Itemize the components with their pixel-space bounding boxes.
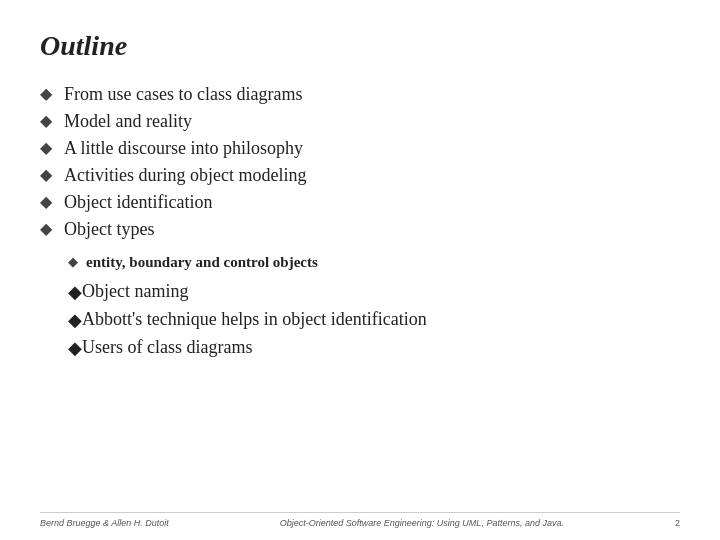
bullet-item-3: ◆ A little discourse into philosophy: [40, 138, 680, 159]
main-bullet-list: ◆ From use cases to class diagrams ◆ Mod…: [40, 84, 680, 240]
footer-book-title: Object-Oriented Software Engineering: Us…: [280, 518, 564, 528]
secondary-bullet-2: ◆ Abbott's technique helps in object ide…: [68, 309, 680, 331]
bullet-icon-1: ◆: [40, 84, 54, 103]
secondary-bullet-icon-2: ◆: [68, 309, 82, 331]
footer-page-number: 2: [675, 518, 680, 528]
bullet-icon-2: ◆: [40, 111, 54, 130]
bullet-item-2: ◆ Model and reality: [40, 111, 680, 132]
slide-footer: Bernd Bruegge & Allen H. Dutoit Object-O…: [40, 512, 680, 528]
sub-bullet-item: ◆ entity, boundary and control objects: [68, 254, 680, 271]
sub-dot-icon: ◆: [68, 254, 78, 270]
slide: Outline ◆ From use cases to class diagra…: [0, 0, 720, 540]
secondary-bullet-3: ◆ Users of class diagrams: [68, 337, 680, 359]
bullet-icon-4: ◆: [40, 165, 54, 184]
bullet-icon-6: ◆: [40, 219, 54, 238]
bullet-item-5: ◆ Object identification: [40, 192, 680, 213]
sub-bullet-text: entity, boundary and control objects: [86, 254, 318, 271]
sub-bullet-section: ◆ entity, boundary and control objects: [68, 254, 680, 271]
secondary-bullet-1: ◆ Object naming: [68, 281, 680, 303]
slide-title: Outline: [40, 30, 680, 62]
secondary-bullet-icon-1: ◆: [68, 281, 82, 303]
footer-author: Bernd Bruegge & Allen H. Dutoit: [40, 518, 169, 528]
bullet-icon-5: ◆: [40, 192, 54, 211]
bullet-item-6: ◆ Object types: [40, 219, 680, 240]
bullet-item-1: ◆ From use cases to class diagrams: [40, 84, 680, 105]
bullet-icon-3: ◆: [40, 138, 54, 157]
secondary-bullet-list: ◆ Object naming ◆ Abbott's technique hel…: [68, 281, 680, 359]
bullet-item-4: ◆ Activities during object modeling: [40, 165, 680, 186]
secondary-bullet-icon-3: ◆: [68, 337, 82, 359]
